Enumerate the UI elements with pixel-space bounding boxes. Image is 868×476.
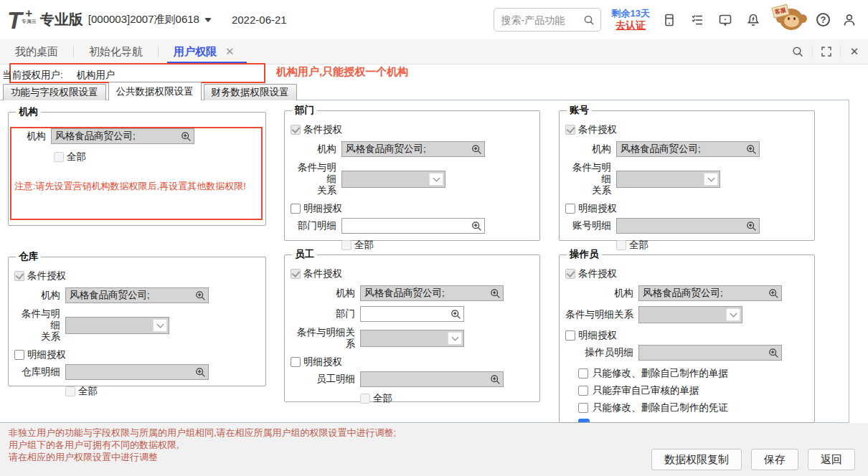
certify-link[interactable]: 去认证 [612,19,650,32]
account-conditional-auth-checkbox[interactable] [565,125,575,135]
zoom-search-icon[interactable] [489,287,501,300]
operator-conditional-auth-checkbox[interactable] [565,269,575,279]
chevron-down-icon [429,173,443,186]
warehouse-conditional-auth-checkbox[interactable] [14,271,24,281]
zoom-search-icon[interactable] [470,219,483,232]
chevron-down-icon [448,332,462,345]
zoom-search-icon[interactable] [194,289,207,302]
dept-org-field[interactable]: 风格食品商贸公司; [341,141,485,157]
tab-user-permissions[interactable]: 用户权限 ✕ [159,39,250,64]
top-bar: T + 专属云 专业版 [000003]2007准则0618 2022-06-2… [0,0,868,39]
org-warning-note: 注意:请先设置营销机构数据权限后,再设置其他数据权限! [14,179,260,194]
zoom-search-icon[interactable] [470,143,483,156]
account-all-checkbox[interactable] [616,240,626,250]
support-mascot-icon[interactable]: 客服 [773,6,806,34]
dept-relation-select[interactable] [341,171,445,188]
warehouse-group: 仓库 条件授权 机构 风格食品商贸公司; 条件与明细 关系 [8,250,266,386]
warehouse-all-checkbox[interactable] [65,386,75,396]
tab-close-icon[interactable]: ✕ [225,45,235,58]
chevron-down-icon [704,173,718,186]
operator-group-title: 操作员 [567,248,602,261]
zoom-search-icon[interactable] [194,366,207,379]
user-profile-icon[interactable] [841,11,858,29]
tab-function-field-permissions[interactable]: 功能与字段权限设置 [3,84,106,100]
logo-plus: + [25,9,32,18]
operator-relation-select[interactable] [638,306,742,323]
account-group: 账号 条件授权 机构 风格食品商贸公司; 条件与明细 关系 [559,104,815,241]
operator-detail-field[interactable] [638,345,782,361]
task-list-icon[interactable] [689,11,706,29]
zoom-search-icon[interactable] [489,373,501,386]
operator-restriction-0-checkbox[interactable] [578,368,588,379]
employee-detail-field[interactable] [360,371,504,387]
footer-note-line: 非独立用户的功能与字段权限与所属的用户组相同,请在相应所属用户组的权限设置中进行… [9,427,396,439]
zoom-search-icon[interactable] [767,287,780,300]
employee-dept-field[interactable] [360,306,464,322]
footer-bar: 非独立用户的功能与字段权限与所属的用户组相同,请在相应所属用户组的权限设置中进行… [0,423,868,476]
data-permission-panel: 机构 机构 风格食品商贸公司; 全部 注意:请先设置营销机构数据权限后,再设置其… [0,100,849,423]
employee-group: 员工 条件授权 机构 风格食品商贸公司; 部门 [284,248,540,402]
close-icon[interactable] [840,45,868,58]
zoom-search-icon[interactable] [767,346,780,359]
auth-annotation-text: 机构用户,只能授权一个机构 [276,65,408,79]
org-group-title: 机构 [16,105,41,118]
search-icon[interactable] [583,14,595,26]
employee-all-checkbox[interactable] [360,394,370,404]
zoom-search-icon[interactable] [449,308,462,320]
zoom-search-icon[interactable] [745,219,758,232]
operator-group: 操作员 条件授权 机构 风格食品商贸公司; 条件与明细关系 [559,248,815,423]
account-relation-select[interactable] [616,171,720,188]
account-org-field[interactable]: 风格食品商贸公司; [616,141,760,157]
employee-org-field[interactable]: 风格食品商贸公司; [360,285,504,301]
employee-conditional-auth-checkbox[interactable] [291,269,301,279]
zoom-search-icon[interactable] [745,143,758,156]
search-input[interactable] [500,14,583,27]
edition-title: 专业版 [40,10,83,29]
dept-all-checkbox[interactable] [341,240,352,250]
copy-data-permission-button[interactable]: 数据权限复制 [651,449,742,470]
operator-restriction-3-checkbox[interactable] [578,419,590,423]
org-field[interactable]: 风格食品商贸公司; [51,128,194,144]
warehouse-relation-select[interactable] [65,317,169,334]
trial-status: 剩余13天 去认证 [612,8,650,32]
tab-my-desktop[interactable]: 我的桌面 [0,39,73,64]
chevron-down-icon [726,308,740,321]
tab-public-data-permissions[interactable]: 公共数据权限设置 [108,82,202,100]
employee-detail-auth-checkbox[interactable] [291,357,301,367]
footer-notes: 非独立用户的功能与字段权限与所属的用户组相同,请在相应所属用户组的权限设置中进行… [9,427,396,463]
device-icon[interactable] [661,11,678,29]
warehouse-org-field[interactable]: 风格食品商贸公司; [65,287,209,303]
tab-finance-data-permissions[interactable]: 财务数据权限设置 [204,84,297,100]
operator-detail-auth-checkbox[interactable] [565,330,575,341]
employee-group-title: 员工 [292,248,317,261]
back-button[interactable]: 返回 [808,449,855,470]
dept-group: 部门 条件授权 机构 风格食品商贸公司; 条件与明细 关系 [284,104,540,241]
footer-note-line: 用户组下的各用户可拥有不同的数据权限, [9,439,396,451]
operator-restriction-2-checkbox[interactable] [578,403,588,413]
fullscreen-icon[interactable] [812,45,840,58]
notification-bell-icon[interactable] [745,11,762,29]
dept-detail-field[interactable] [341,218,485,234]
help-icon[interactable] [816,13,830,27]
warehouse-detail-auth-checkbox[interactable] [14,350,24,360]
dept-conditional-auth-checkbox[interactable] [291,125,301,135]
account-detail-field[interactable] [616,218,760,234]
org-all-checkbox[interactable] [54,152,64,162]
employee-relation-select[interactable] [360,330,464,347]
message-icon[interactable] [717,11,734,29]
operator-org-field[interactable]: 风格食品商贸公司; [638,285,782,301]
tab-search-icon[interactable] [784,45,812,58]
account-name: [000003]2007准则0618 [88,13,199,27]
footer-note-line: 请在相应的用户权限设置中进行调整 [9,451,396,463]
trial-days-remaining: 剩余13天 [612,8,650,19]
product-search[interactable] [494,8,601,32]
warehouse-detail-field[interactable] [65,364,209,380]
account-switcher[interactable]: [000003]2007准则0618 [88,13,212,27]
tab-init-navigation[interactable]: 初始化导航 [74,39,158,64]
zoom-search-icon[interactable] [179,130,192,143]
save-button[interactable]: 保存 [751,449,798,470]
current-date: 2022-06-21 [232,14,287,26]
account-detail-auth-checkbox[interactable] [565,204,575,214]
operator-restriction-1-checkbox[interactable] [578,386,588,396]
dept-detail-auth-checkbox[interactable] [291,204,301,214]
